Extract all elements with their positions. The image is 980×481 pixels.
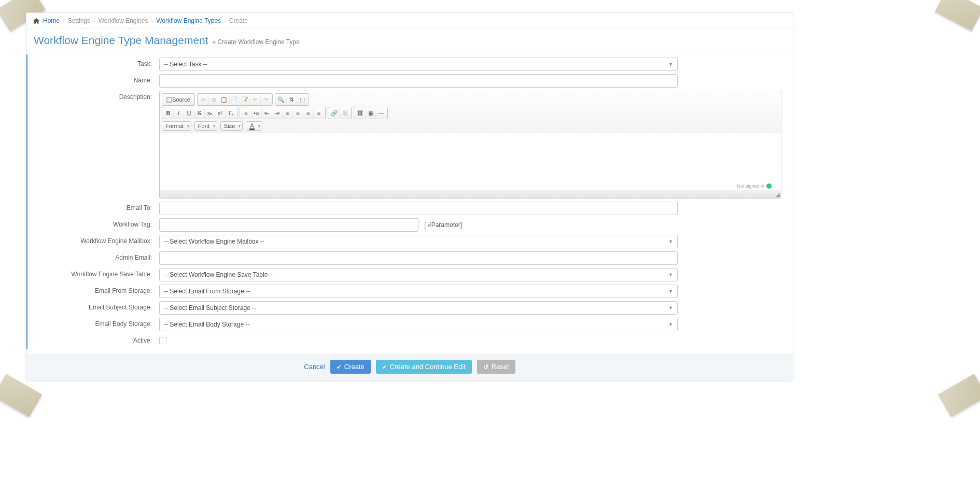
mailbox-select[interactable]: -- Select Workflow Engine Mailbox -- ▼: [159, 235, 678, 248]
admin-email-input[interactable]: [159, 251, 678, 265]
name-label: Name:: [35, 74, 159, 84]
breadcrumb-current: Create: [229, 17, 248, 24]
chevron-down-icon: ▼: [668, 239, 673, 244]
size-select[interactable]: Size▾: [220, 121, 243, 131]
workflow-tag-input[interactable]: [159, 218, 418, 232]
task-label: Task:: [35, 58, 159, 67]
paste-word-icon[interactable]: 📝: [240, 95, 250, 104]
task-select-value: -- Select Task --: [164, 61, 207, 68]
superscript-icon[interactable]: x²: [215, 108, 226, 118]
from-storage-select[interactable]: -- Select Email From Storage -- ▼: [159, 285, 678, 298]
chevron-down-icon: ▼: [668, 289, 673, 294]
indent-icon[interactable]: ⇥: [272, 108, 283, 118]
align-center-icon[interactable]: ≡: [293, 108, 303, 118]
breadcrumb-home[interactable]: Home: [43, 17, 60, 24]
create-continue-button[interactable]: Create and Continue Edit: [376, 360, 472, 374]
status-dot-icon: [766, 183, 772, 189]
bullet-list-icon[interactable]: •≡: [251, 108, 262, 118]
workflow-tag-hint: [ #Parameter]: [424, 221, 462, 229]
form-actions: Cancel Create Create and Continue Edit R…: [26, 353, 793, 380]
breadcrumb-types[interactable]: Workflow Engine Types: [156, 17, 221, 24]
chevron-down-icon: ▼: [668, 305, 673, 310]
svg-rect-0: [167, 97, 172, 102]
remove-format-icon[interactable]: Tₓ: [226, 108, 236, 118]
from-storage-label: Email From Storage:: [35, 285, 159, 294]
active-checkbox[interactable]: [159, 337, 166, 344]
reset-icon: [483, 363, 488, 371]
create-button[interactable]: Create: [330, 360, 371, 374]
outdent-icon[interactable]: ⇤: [262, 108, 272, 118]
selectall-icon[interactable]: ⬚: [297, 95, 307, 104]
paste-text-icon[interactable]: 📄: [230, 95, 240, 104]
chevron-down-icon: ▼: [668, 322, 673, 327]
align-right-icon[interactable]: ≡: [303, 108, 314, 118]
description-label: Description:: [35, 91, 159, 101]
redo-icon[interactable]: ↷: [261, 95, 271, 104]
tape-decoration: [935, 0, 980, 31]
name-input[interactable]: [159, 74, 678, 88]
reset-button[interactable]: Reset: [477, 360, 515, 374]
active-label: Active:: [35, 334, 159, 344]
breadcrumb-settings: Settings: [68, 17, 90, 24]
page-title: Workflow Engine Type Management: [34, 34, 208, 47]
tape-decoration: [938, 374, 980, 417]
breadcrumb: Home › Settings › Workflow Engines › Wor…: [26, 13, 793, 29]
chevron-right-icon: ›: [93, 18, 95, 24]
check-icon: [382, 363, 387, 371]
chevron-right-icon: ›: [63, 18, 65, 24]
editor-source-label: Source: [172, 96, 190, 103]
bold-icon[interactable]: B: [163, 108, 174, 118]
save-table-label: Workflow Engine Save Table:: [35, 268, 159, 278]
text-color-select[interactable]: A▾: [246, 121, 262, 131]
hr-icon[interactable]: —: [376, 108, 386, 118]
link-icon[interactable]: 🔗: [329, 108, 340, 118]
page-header: Workflow Engine Type Management » Create…: [26, 29, 793, 52]
chevron-right-icon: ›: [151, 18, 153, 24]
align-left-icon[interactable]: ≡: [283, 108, 293, 118]
paste-icon[interactable]: 📋: [219, 95, 230, 104]
editor-source-button[interactable]: Source: [163, 95, 193, 104]
italic-icon[interactable]: I: [174, 108, 184, 118]
subject-storage-label: Email Subject Storage:: [35, 301, 159, 311]
underline-icon[interactable]: U: [184, 108, 194, 118]
editor-body[interactable]: Not signed in: [160, 133, 781, 190]
font-select[interactable]: Font▾: [194, 121, 217, 131]
image-icon[interactable]: 🖼: [355, 108, 366, 118]
table-icon[interactable]: ▦: [366, 108, 376, 118]
cut-icon[interactable]: ✂: [199, 95, 209, 104]
chevron-down-icon: ▼: [668, 62, 673, 67]
numbered-list-icon[interactable]: ≡: [241, 108, 251, 118]
undo-icon[interactable]: ↶: [250, 95, 261, 104]
check-icon: [337, 363, 341, 371]
main-card: Home › Settings › Workflow Engines › Wor…: [26, 12, 793, 380]
chevron-right-icon: ›: [224, 18, 226, 24]
body-storage-select[interactable]: -- Select Email Body Storage -- ▼: [159, 318, 678, 331]
page-subtitle: » Create Workflow Engine Type: [213, 38, 300, 46]
strike-icon[interactable]: S: [194, 108, 205, 118]
home-icon: [33, 18, 40, 24]
unlink-icon[interactable]: ⛓: [340, 108, 350, 118]
email-to-input[interactable]: [159, 202, 678, 215]
body-storage-label: Email Body Storage:: [35, 318, 159, 328]
cancel-link[interactable]: Cancel: [304, 363, 325, 371]
subscript-icon[interactable]: x₂: [205, 108, 215, 118]
breadcrumb-engines: Workflow Engines: [99, 17, 148, 24]
workflow-tag-label: Workflow Tag:: [35, 218, 159, 228]
justify-icon[interactable]: ≡: [314, 108, 324, 118]
editor-status: Not signed in: [737, 183, 772, 189]
email-to-label: Email To:: [35, 202, 159, 211]
chevron-down-icon: ▼: [668, 272, 673, 277]
find-icon[interactable]: 🔍: [276, 95, 287, 104]
subject-storage-select[interactable]: -- Select Email Subject Storage -- ▼: [159, 301, 678, 315]
mailbox-label: Workflow Engine Mailbox:: [35, 235, 159, 245]
format-select[interactable]: Format▾: [162, 121, 191, 131]
save-table-select[interactable]: -- Select Workflow Engine Save Table -- …: [159, 268, 678, 281]
form: Task: -- Select Task -- ▼ Name: Descript…: [26, 54, 793, 349]
task-select[interactable]: -- Select Task -- ▼: [159, 58, 678, 71]
replace-icon[interactable]: ⇅: [287, 95, 297, 104]
resize-handle-icon[interactable]: ◢: [776, 192, 780, 197]
admin-email-label: Admin Email:: [35, 251, 159, 261]
editor-footer: ◢: [160, 190, 781, 198]
copy-icon[interactable]: ⧉: [209, 95, 219, 104]
rich-text-editor: Source ✂ ⧉ 📋 📄 📝 ↶ ↷: [159, 91, 781, 199]
